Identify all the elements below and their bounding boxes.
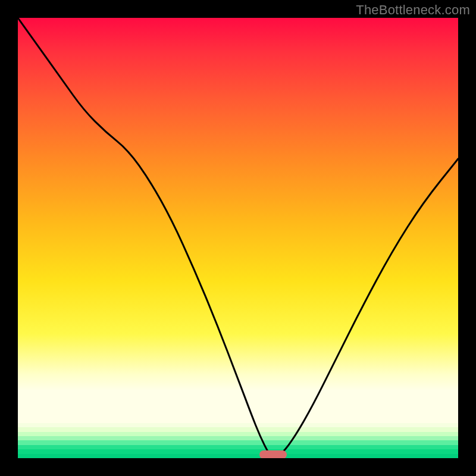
optimal-marker xyxy=(259,450,287,458)
curve-path xyxy=(18,18,458,457)
plot-area xyxy=(18,18,458,458)
watermark-text: TheBottleneck.com xyxy=(356,2,470,18)
bottleneck-curve xyxy=(18,18,458,458)
chart-frame: TheBottleneck.com xyxy=(0,0,476,476)
